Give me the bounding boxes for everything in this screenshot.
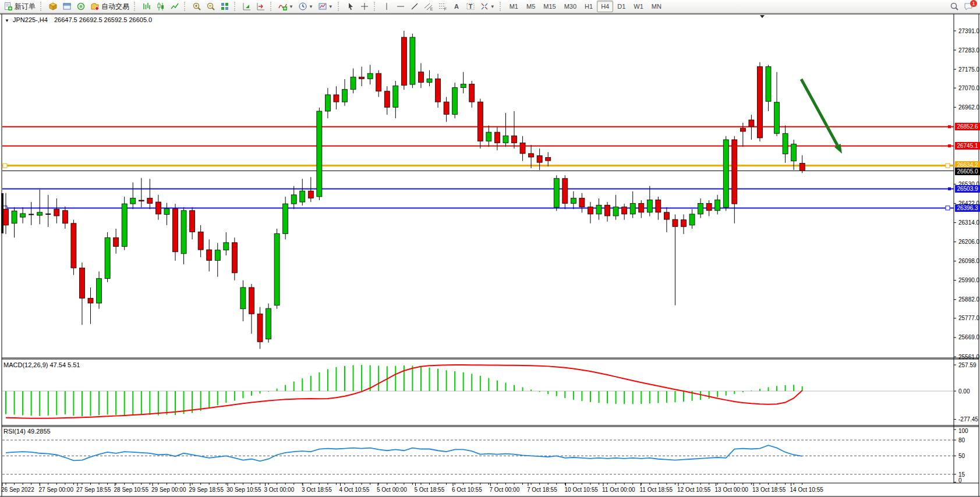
rsi-indicator-label: RSI(14) 49.2855 <box>3 428 51 435</box>
candle-body <box>613 207 618 216</box>
price-tick-label: 27283.0 <box>958 47 980 54</box>
time-tick-label: 6 Oct 10:55 <box>452 487 482 493</box>
rsi-tick-label: 50 <box>958 453 965 459</box>
price-tick-label: 27391.0 <box>958 28 980 34</box>
candle-body <box>681 220 687 227</box>
candle-body <box>706 204 712 211</box>
candle-body <box>562 179 568 204</box>
time-tick-label: 7 Oct 18:55 <box>527 487 557 493</box>
line-handle[interactable] <box>3 164 7 168</box>
candle-body <box>207 250 212 260</box>
line-handle[interactable] <box>946 164 950 168</box>
candle-body <box>164 209 169 215</box>
candle-body <box>351 77 356 89</box>
candle-body <box>740 128 745 132</box>
price-tick-label: 26098.0 <box>958 258 980 264</box>
candle-body <box>274 234 280 306</box>
chart-shift-marker[interactable] <box>760 15 765 18</box>
candle-body <box>88 298 93 303</box>
candle-body <box>62 211 68 223</box>
candle-body <box>732 140 737 204</box>
candle-body <box>359 77 365 79</box>
candle-body <box>749 120 754 127</box>
macd-tick-label: 257.59 <box>958 362 977 368</box>
time-tick-label: 11 Oct 18:55 <box>640 487 673 493</box>
price-line-label-26605.0[interactable]: 26605.0 <box>955 168 980 175</box>
candle-body <box>317 111 322 197</box>
rsi-pane[interactable]: 1008050150 <box>2 428 968 484</box>
candlesticks <box>1 31 805 349</box>
macd-tick-label: -277.45 <box>958 416 978 423</box>
candle-body <box>37 212 43 215</box>
chevron-down-icon[interactable]: ▼ <box>5 18 9 23</box>
line-marker <box>948 187 951 190</box>
price-line-label-26852.6[interactable]: 26852.6 <box>955 123 980 130</box>
candle-body <box>198 232 203 250</box>
price-tick-label: 26206.0 <box>958 239 980 245</box>
price-tick-label: 27070.0 <box>958 85 980 91</box>
time-tick-label: 14 Oct 10:55 <box>790 487 824 493</box>
time-tick-label: 12 Oct 10:55 <box>677 487 711 493</box>
time-tick-label: 13 Oct 00:00 <box>715 487 749 493</box>
candle-body <box>240 287 246 309</box>
price-axis[interactable]: 27391.027283.027175.027070.026962.026530… <box>954 28 980 360</box>
candle-body <box>546 158 551 161</box>
time-tick-label: 26 Sep 2022 <box>1 487 34 493</box>
trend-arrow-annotation[interactable] <box>801 79 842 154</box>
candle-body <box>393 86 398 108</box>
candle-body <box>215 250 220 261</box>
rsi-tick-label: 100 <box>958 428 968 434</box>
line-handle[interactable] <box>946 206 950 210</box>
price-tick-label: 27175.0 <box>958 66 980 73</box>
time-tick-label: 13 Oct 18:55 <box>752 487 786 493</box>
candle-body <box>444 102 449 114</box>
candle-body <box>791 144 797 161</box>
price-tick-label: 25990.0 <box>958 277 980 283</box>
candle-body <box>130 198 136 204</box>
candle-body <box>486 132 491 141</box>
candle-body <box>477 102 483 141</box>
candle-body <box>224 243 229 250</box>
price-line-label-26396.3[interactable]: 26396.3 <box>955 204 980 212</box>
candle-body <box>139 200 144 201</box>
time-tick-label: 7 Oct 00:00 <box>490 487 520 493</box>
candle-body <box>799 164 805 171</box>
candle-body <box>54 209 59 216</box>
candle-body <box>469 84 475 102</box>
candle-body <box>155 202 161 214</box>
candle-body <box>529 154 534 157</box>
candle-body <box>622 207 627 214</box>
price-tick-label: 25561.0 <box>958 354 980 360</box>
candle-body <box>689 214 695 225</box>
candle-body <box>266 308 271 339</box>
candle-body <box>723 140 728 207</box>
candle-body <box>656 200 661 212</box>
candle-body <box>367 73 373 79</box>
price-line-label-26745.1[interactable]: 26745.1 <box>955 142 980 150</box>
candle-body <box>630 204 635 214</box>
candle-body <box>257 314 263 342</box>
candle-body <box>418 72 423 83</box>
time-tick-label: 5 Oct 00:00 <box>377 487 407 493</box>
time-tick-label: 5 Oct 18:55 <box>415 487 445 493</box>
chart-symbol-period: JPN225-,H4 <box>13 16 48 23</box>
candle-body <box>3 209 9 225</box>
candle-body <box>698 204 703 214</box>
time-tick-label: 27 Sep 18:55 <box>76 487 111 493</box>
macd-pane[interactable]: 257.590.00-277.45 <box>2 362 978 423</box>
rsi-line <box>6 445 802 461</box>
candle-body <box>173 209 178 252</box>
candle-body <box>325 95 330 111</box>
candle-body <box>757 67 762 138</box>
price-tick-label: 25882.0 <box>958 296 980 303</box>
candle-body <box>766 67 771 102</box>
time-axis[interactable]: 26 Sep 202227 Sep 00:0027 Sep 18:5528 Se… <box>1 483 823 493</box>
candle-body <box>783 133 788 154</box>
time-tick-label: 11 Oct 00:00 <box>602 487 635 493</box>
candle-body <box>71 223 76 268</box>
chart-canvas[interactable]: 27391.027283.027175.027070.026962.026530… <box>0 0 980 497</box>
candle-body <box>79 268 84 298</box>
candle-body <box>639 204 644 212</box>
price-line-label-26503.9[interactable]: 26503.9 <box>955 185 980 193</box>
candle-body <box>494 132 500 143</box>
